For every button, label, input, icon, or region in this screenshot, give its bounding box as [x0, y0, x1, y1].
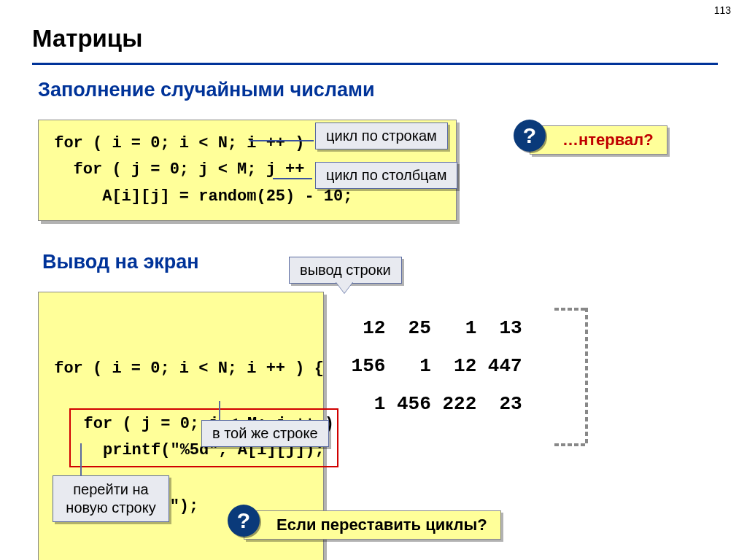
callout-newline: перейти на новую строку: [53, 475, 169, 522]
callout-tail-line: [336, 281, 353, 293]
code-line: for ( i = 0; i < N; i ++ ) {: [44, 356, 311, 382]
callout-tail-newline: [80, 443, 96, 475]
section-heading-output: Вывод на экран: [42, 251, 199, 273]
callout-tail-same: [219, 401, 220, 421]
connector-line-cols: [273, 178, 312, 179]
callout-cols-loop: цикл по столбцам: [315, 162, 457, 189]
matrix-dash-right: [585, 308, 588, 443]
question-mark-icon: ?: [514, 120, 546, 152]
swap-question-box: Если переставить циклы? ?: [244, 510, 501, 540]
question-mark-icon: ?: [228, 505, 260, 537]
interval-question-text: …нтервал?: [530, 125, 667, 155]
slide-title: Матрицы: [32, 25, 142, 52]
title-rule: [32, 63, 718, 65]
interval-question-box: …нтервал? ?: [530, 125, 667, 155]
page-number: 113: [714, 4, 731, 16]
matrix-dash-top: [554, 308, 585, 311]
callout-same-line: в той же строке: [201, 420, 329, 447]
matrix-output: 12 25 1 13 156 1 12 447 1 456 222 23: [340, 309, 522, 423]
callout-line-output: вывод строки: [289, 257, 402, 284]
section-heading-fill: Заполнение случайными числами: [38, 79, 375, 101]
callout-rows-loop: цикл по строкам: [315, 122, 448, 149]
connector-line-rows: [249, 140, 314, 141]
swap-question-text: Если переставить циклы?: [244, 510, 501, 540]
matrix-dash-bottom: [554, 443, 585, 446]
